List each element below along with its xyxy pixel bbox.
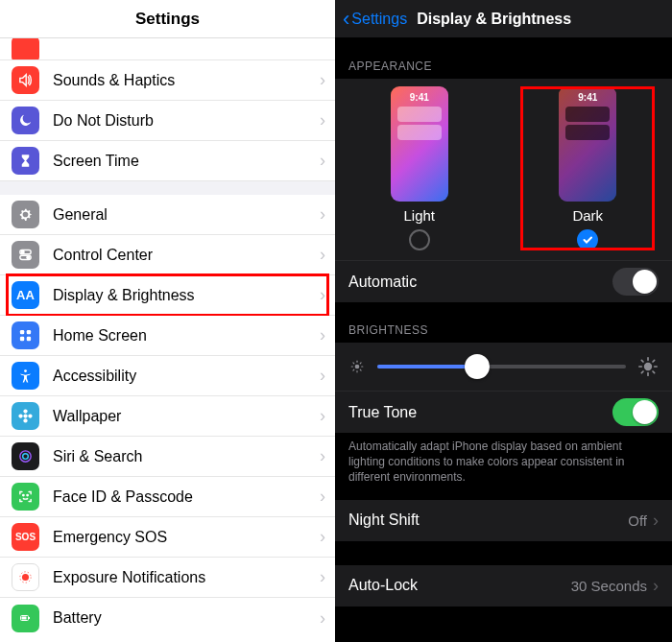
- appearance-option-dark[interactable]: 9:41 Dark: [520, 86, 655, 250]
- radio-selected-icon[interactable]: [577, 229, 598, 250]
- automatic-label: Automatic: [348, 273, 417, 291]
- settings-row-clipped[interactable]: [0, 38, 335, 60]
- slider-thumb[interactable]: [465, 354, 490, 379]
- chevron-right-icon: ›: [320, 151, 325, 171]
- preview-widget: [565, 125, 610, 140]
- svg-rect-22: [22, 617, 27, 620]
- settings-row-homescreen[interactable]: Home Screen ›: [0, 316, 335, 356]
- svg-point-15: [23, 454, 29, 460]
- svg-point-12: [18, 414, 22, 417]
- chevron-right-icon: ›: [653, 511, 659, 531]
- sos-icon: SOS: [12, 523, 39, 551]
- truetone-label: True Tone: [348, 404, 417, 421]
- row-label: Face ID & Passcode: [53, 488, 320, 506]
- chevron-right-icon: ›: [320, 446, 325, 466]
- chevron-right-icon: ›: [320, 527, 325, 547]
- preview-widget: [397, 125, 442, 140]
- brightness-section-label: BRIGHTNESS: [335, 302, 672, 343]
- row-label: Accessibility: [53, 368, 320, 385]
- chevron-right-icon: ›: [320, 110, 325, 131]
- flower-icon: [12, 402, 39, 430]
- gear-icon: [12, 201, 39, 228]
- battery-icon: [12, 605, 39, 632]
- settings-row-general[interactable]: General ›: [0, 195, 335, 235]
- settings-row-dnd[interactable]: Do Not Disturb ›: [0, 101, 335, 141]
- svg-line-40: [653, 360, 655, 362]
- accessibility-icon: [12, 362, 39, 390]
- radio-unselected-icon[interactable]: [409, 229, 430, 250]
- svg-point-32: [644, 363, 652, 370]
- switch-icon: [12, 241, 39, 269]
- chevron-right-icon: ›: [320, 406, 325, 426]
- back-button[interactable]: ‹ Settings: [343, 7, 407, 32]
- settings-row-controlcenter[interactable]: Control Center ›: [0, 235, 335, 275]
- svg-line-28: [353, 363, 354, 364]
- svg-point-3: [27, 256, 30, 259]
- sun-max-icon: [637, 356, 659, 377]
- svg-point-1: [21, 250, 24, 253]
- nightshift-value: Off ›: [628, 511, 659, 531]
- settings-row-display[interactable]: AA Display & Brightness ›: [0, 275, 335, 316]
- truetone-toggle[interactable]: [612, 398, 659, 426]
- row-label: Siri & Search: [53, 448, 320, 465]
- hourglass-icon: [12, 147, 39, 175]
- truetone-row: True Tone: [335, 391, 672, 433]
- dark-label: Dark: [572, 207, 603, 224]
- settings-row-wallpaper[interactable]: Wallpaper ›: [0, 396, 335, 437]
- brightness-slider-row: [335, 343, 672, 391]
- row-label: Wallpaper: [53, 408, 320, 425]
- brightness-slider[interactable]: [377, 365, 626, 369]
- svg-rect-7: [27, 337, 31, 341]
- svg-line-29: [360, 369, 361, 370]
- settings-row-faceid[interactable]: Face ID & Passcode ›: [0, 477, 335, 517]
- svg-rect-5: [27, 330, 31, 334]
- display-brightness-panel: ‹ Settings Display & Brightness APPEARAN…: [335, 0, 672, 642]
- chevron-right-icon: ›: [320, 245, 325, 265]
- row-label: Battery: [53, 609, 320, 627]
- chevron-right-icon: ›: [320, 366, 325, 386]
- settings-row-screentime[interactable]: Screen Time ›: [0, 141, 335, 181]
- back-label: Settings: [351, 11, 407, 28]
- chevron-right-icon: ›: [320, 325, 325, 345]
- faceid-icon: [12, 483, 39, 511]
- row-label: Display & Brightness: [53, 287, 320, 304]
- svg-line-37: [641, 360, 643, 362]
- svg-point-23: [355, 365, 360, 369]
- nightshift-row[interactable]: Night Shift Off ›: [335, 499, 672, 541]
- siri-icon: [12, 442, 39, 470]
- light-preview-thumbnail: 9:41: [391, 86, 448, 202]
- speaker-icon: [12, 66, 39, 94]
- svg-line-38: [653, 371, 655, 373]
- appearance-option-light[interactable]: 9:41 Light: [352, 86, 487, 250]
- sun-min-icon: [348, 358, 366, 375]
- group-separator: [0, 181, 335, 195]
- settings-row-siri[interactable]: Siri & Search ›: [0, 437, 335, 477]
- svg-line-39: [641, 371, 643, 373]
- nav-bar: ‹ Settings Display & Brightness: [335, 0, 672, 38]
- settings-title: Settings: [0, 0, 335, 38]
- settings-row-exposure[interactable]: Exposure Notifications ›: [0, 558, 335, 598]
- autolock-label: Auto-Lock: [348, 577, 418, 594]
- grid-icon: [12, 321, 39, 349]
- autolock-row[interactable]: Auto-Lock 30 Seconds ›: [335, 564, 672, 606]
- row-label: Do Not Disturb: [53, 112, 320, 130]
- dark-preview-thumbnail: 9:41: [559, 86, 616, 202]
- settings-row-battery[interactable]: Battery ›: [0, 598, 335, 638]
- settings-row-sounds[interactable]: Sounds & Haptics ›: [0, 60, 335, 101]
- svg-point-9: [23, 414, 27, 417]
- row-label: Sounds & Haptics: [53, 72, 320, 89]
- chevron-right-icon: ›: [653, 576, 659, 596]
- row-label: Screen Time: [53, 153, 320, 170]
- chevron-right-icon: ›: [320, 204, 325, 225]
- row-label: Control Center: [53, 247, 320, 264]
- automatic-toggle[interactable]: [612, 268, 659, 296]
- chevron-right-icon: ›: [320, 285, 325, 305]
- settings-row-sos[interactable]: SOS Emergency SOS ›: [0, 517, 335, 558]
- exposure-icon: [12, 563, 39, 591]
- svg-rect-4: [20, 330, 24, 334]
- group-separator: [335, 541, 672, 564]
- automatic-row: Automatic: [335, 260, 672, 302]
- svg-point-10: [23, 409, 27, 413]
- settings-row-accessibility[interactable]: Accessibility ›: [0, 356, 335, 396]
- svg-point-18: [22, 574, 29, 581]
